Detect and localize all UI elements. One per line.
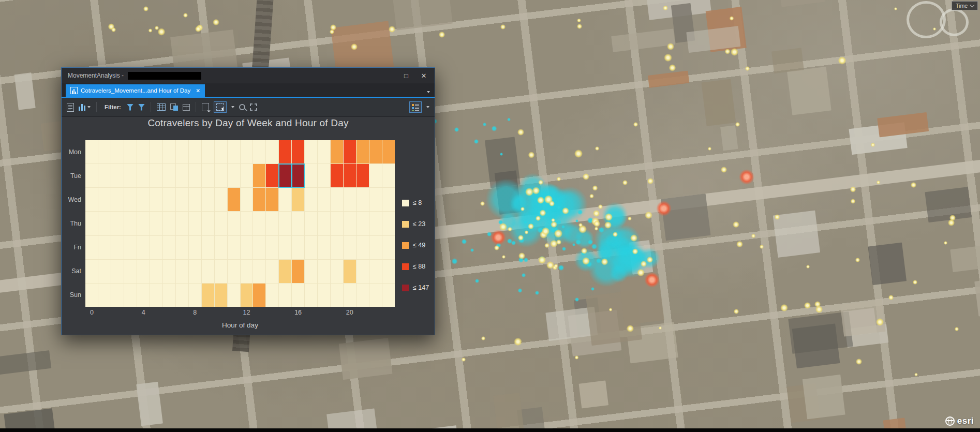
heatmap-cell-fri-12[interactable]: [241, 236, 253, 259]
heatmap-cell-sun-22[interactable]: [369, 284, 382, 307]
heatmap-cell-sun-8[interactable]: [189, 284, 201, 307]
heatmap-cell-sat-1[interactable]: [98, 260, 111, 283]
heatmap-cell-sat-15[interactable]: [279, 260, 291, 283]
heatmap-cell-wed-6[interactable]: [163, 188, 175, 211]
heatmap-cell-sat-11[interactable]: [228, 260, 240, 283]
heatmap-cell-wed-5[interactable]: [150, 188, 162, 211]
summary-table-icon[interactable]: [183, 104, 190, 111]
heatmap-cell-mon-15[interactable]: [279, 140, 291, 163]
heatmap-cell-sun-7[interactable]: [176, 284, 188, 307]
heatmap-cell-tue-21[interactable]: [357, 164, 369, 187]
heatmap-cell-fri-22[interactable]: [369, 236, 382, 259]
full-extent-icon[interactable]: [250, 103, 257, 111]
heatmap-cell-tue-16[interactable]: [292, 164, 304, 187]
heatmap-cell-sun-2[interactable]: [111, 284, 124, 307]
heatmap-cell-tue-10[interactable]: [215, 164, 227, 187]
heatmap-cell-tue-5[interactable]: [150, 164, 162, 187]
filter-by-selection-icon[interactable]: [127, 104, 133, 111]
heatmap-cell-wed-23[interactable]: [382, 188, 395, 211]
heatmap-cell-mon-19[interactable]: [331, 140, 343, 163]
heatmap-cell-fri-2[interactable]: [111, 236, 124, 259]
heatmap-cell-tue-22[interactable]: [369, 164, 382, 187]
heatmap-cell-wed-17[interactable]: [305, 188, 317, 211]
heatmap-cell-sat-23[interactable]: [382, 260, 395, 283]
heatmap-cell-tue-17[interactable]: [305, 164, 317, 187]
heatmap-cell-sat-4[interactable]: [137, 260, 150, 283]
heatmap-cell-mon-1[interactable]: [98, 140, 111, 163]
heatmap-cell-wed-7[interactable]: [176, 188, 188, 211]
legend-panel-caret-icon[interactable]: [426, 106, 429, 108]
heatmap-cell-wed-14[interactable]: [266, 188, 278, 211]
heatmap-cell-sat-14[interactable]: [266, 260, 278, 283]
heatmap-cell-mon-17[interactable]: [305, 140, 317, 163]
heatmap-cell-sat-10[interactable]: [215, 260, 227, 283]
heatmap-cell-thu-6[interactable]: [163, 212, 175, 235]
heatmap-cell-mon-6[interactable]: [163, 140, 175, 163]
heatmap-cell-wed-2[interactable]: [111, 188, 124, 211]
heatmap-cell-mon-5[interactable]: [150, 140, 162, 163]
heatmap-plot-area[interactable]: [85, 140, 395, 307]
heatmap-cell-sun-10[interactable]: [215, 284, 227, 307]
heatmap-cell-sat-19[interactable]: [331, 260, 343, 283]
heatmap-cell-wed-21[interactable]: [357, 188, 369, 211]
heatmap-cell-fri-8[interactable]: [189, 236, 201, 259]
zoom-mode-icon[interactable]: [239, 104, 245, 110]
tab-list-caret-icon[interactable]: [427, 91, 430, 93]
window-title-bar[interactable]: MovementAnalysis - □ ✕: [62, 68, 435, 83]
heatmap-cell-thu-22[interactable]: [369, 212, 382, 235]
heatmap-cell-sat-17[interactable]: [305, 260, 317, 283]
heatmap-cell-wed-12[interactable]: [241, 188, 253, 211]
heatmap-cell-mon-21[interactable]: [357, 140, 369, 163]
heatmap-cell-thu-4[interactable]: [137, 212, 150, 235]
heatmap-cell-tue-14[interactable]: [266, 164, 278, 187]
heatmap-cell-sun-20[interactable]: [344, 284, 356, 307]
heatmap-cell-mon-4[interactable]: [137, 140, 150, 163]
heatmap-cell-mon-9[interactable]: [202, 140, 214, 163]
heatmap-cell-thu-1[interactable]: [98, 212, 111, 235]
heatmap-cell-sat-7[interactable]: [176, 260, 188, 283]
heatmap-cell-fri-18[interactable]: [318, 236, 330, 259]
heatmap-cell-sat-22[interactable]: [369, 260, 382, 283]
heatmap-cell-wed-15[interactable]: [279, 188, 291, 211]
heatmap-cell-sun-23[interactable]: [382, 284, 395, 307]
heatmap-cell-sun-16[interactable]: [292, 284, 304, 307]
heatmap-cell-thu-14[interactable]: [266, 212, 278, 235]
legend-entry[interactable]: ≤ 8: [402, 199, 429, 206]
heatmap-cell-thu-10[interactable]: [215, 212, 227, 235]
heatmap-cell-fri-1[interactable]: [98, 236, 111, 259]
heatmap-cell-wed-16[interactable]: [292, 188, 304, 211]
heatmap-cell-fri-17[interactable]: [305, 236, 317, 259]
heatmap-cell-thu-13[interactable]: [253, 212, 265, 235]
heatmap-cell-mon-0[interactable]: [85, 140, 98, 163]
heatmap-cell-tue-4[interactable]: [137, 164, 150, 187]
heatmap-cell-tue-9[interactable]: [202, 164, 214, 187]
heatmap-cell-thu-11[interactable]: [228, 212, 240, 235]
heatmap-cell-mon-10[interactable]: [215, 140, 227, 163]
heatmap-cell-wed-0[interactable]: [85, 188, 98, 211]
heatmap-cell-mon-16[interactable]: [292, 140, 304, 163]
heatmap-cell-tue-0[interactable]: [85, 164, 98, 187]
heatmap-cell-wed-18[interactable]: [318, 188, 330, 211]
heatmap-cell-wed-4[interactable]: [137, 188, 150, 211]
heatmap-cell-fri-13[interactable]: [253, 236, 265, 259]
heatmap-cell-sun-12[interactable]: [241, 284, 253, 307]
heatmap-cell-tue-20[interactable]: [344, 164, 356, 187]
export-chart-icon[interactable]: [202, 103, 209, 111]
heatmap-cell-mon-20[interactable]: [344, 140, 356, 163]
heatmap-cell-sun-4[interactable]: [137, 284, 150, 307]
heatmap-cell-thu-12[interactable]: [241, 212, 253, 235]
heatmap-cell-thu-19[interactable]: [331, 212, 343, 235]
heatmap-cell-fri-14[interactable]: [266, 236, 278, 259]
heatmap-cell-tue-8[interactable]: [189, 164, 201, 187]
heatmap-cell-fri-21[interactable]: [357, 236, 369, 259]
heatmap-cell-tue-11[interactable]: [228, 164, 240, 187]
close-window-button[interactable]: ✕: [415, 69, 433, 82]
time-dropdown-button[interactable]: Time: [952, 1, 978, 10]
heatmap-cell-mon-11[interactable]: [228, 140, 240, 163]
heatmap-cell-fri-20[interactable]: [344, 236, 356, 259]
heatmap-cell-sat-5[interactable]: [150, 260, 162, 283]
heatmap-cell-fri-6[interactable]: [163, 236, 175, 259]
selection-tool-button[interactable]: [214, 101, 227, 113]
heatmap-cell-sun-3[interactable]: [124, 284, 137, 307]
heatmap-cell-fri-10[interactable]: [215, 236, 227, 259]
